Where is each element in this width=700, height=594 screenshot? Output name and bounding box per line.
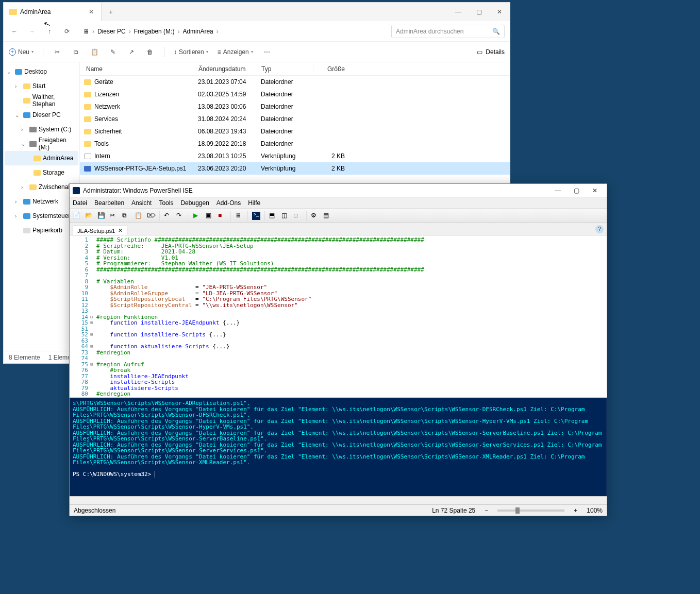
delete-icon[interactable]: 🗑 — [145, 48, 155, 56]
tree-item[interactable]: Walther, Stephan — [5, 93, 78, 108]
remote-icon[interactable]: 🖥 — [235, 212, 243, 220]
breadcrumb-item[interactable]: AdminArea — [182, 28, 213, 35]
tree-item[interactable]: AdminArea — [5, 151, 78, 165]
forward-button[interactable]: → — [26, 28, 38, 35]
new-file-icon[interactable]: 📄 — [73, 212, 81, 220]
share-icon[interactable]: ↗ — [127, 48, 136, 56]
tree-item[interactable]: ⌄Desktop — [5, 64, 78, 79]
command-addon-icon[interactable]: ⚙ — [311, 212, 319, 220]
chevron-icon: › — [15, 83, 21, 89]
help-icon[interactable]: ? — [595, 225, 604, 233]
zoom-out-icon[interactable]: − — [485, 507, 488, 514]
command-pane-icon[interactable]: ▤ — [323, 212, 331, 220]
menu-item[interactable]: Bearbeiten — [94, 199, 124, 207]
undo-icon[interactable]: ↶ — [164, 212, 172, 220]
sort-button[interactable]: ↕ Sortieren ▾ — [174, 48, 208, 56]
layout-side-icon[interactable]: ◫ — [281, 212, 290, 220]
file-name: Services — [94, 115, 118, 123]
tree-item[interactable]: ›Systemsteuerur — [5, 209, 78, 223]
chevron-right-icon: › — [216, 28, 219, 35]
menu-item[interactable]: Hilfe — [248, 199, 260, 207]
breadcrumb[interactable]: 🖥 › Dieser PC › Freigaben (M:) › AdminAr… — [83, 28, 385, 35]
new-button[interactable]: + Neu ▾ — [9, 48, 34, 56]
file-row[interactable]: Netzwerk13.08.2023 00:06Dateiordner — [80, 100, 510, 113]
paste-icon[interactable]: 📋 — [135, 212, 143, 220]
new-tab-button[interactable]: ＋ — [102, 3, 120, 21]
back-button[interactable]: ← — [9, 28, 20, 35]
link-icon — [84, 154, 91, 159]
tree-item[interactable]: ⌄Dieser PC — [5, 108, 78, 122]
tree-item[interactable]: ›Start — [5, 79, 78, 93]
menu-item[interactable]: Ansicht — [131, 199, 152, 207]
tree-item[interactable]: Storage — [5, 165, 78, 180]
menu-item[interactable]: Add-Ons — [216, 199, 241, 207]
menu-item[interactable]: Debuggen — [180, 199, 209, 207]
horizontal-scrollbar[interactable] — [70, 496, 607, 504]
more-icon[interactable]: ⋯ — [262, 48, 272, 56]
ise-title: Administrator: Windows PowerShell ISE — [83, 187, 193, 194]
run-selection-icon[interactable]: ▣ — [206, 212, 214, 220]
tree-item[interactable]: ›Zwischenabl — [5, 180, 78, 194]
ps-console-icon[interactable]: >_ — [252, 212, 260, 220]
details-button[interactable]: Details — [486, 48, 505, 56]
file-row[interactable]: Geräte23.01.2023 07:04Dateiordner — [80, 76, 510, 88]
layout-full-icon[interactable]: □ — [294, 212, 302, 220]
menu-item[interactable]: Datei — [73, 199, 87, 207]
file-row[interactable]: Tools18.09.2022 20:18Dateiordner — [80, 138, 510, 150]
file-date: 23.08.2013 10:25 — [196, 152, 259, 160]
tree-label: Dieser PC — [32, 111, 61, 118]
run-icon[interactable]: ▶ — [193, 212, 202, 220]
search-input[interactable]: AdminArea durchsuchen 🔍 — [391, 25, 505, 38]
file-type: Dateiordner — [259, 91, 313, 98]
minimize-button[interactable]: — — [549, 187, 566, 194]
pc-icon — [23, 112, 30, 118]
rename-icon[interactable]: ✎ — [108, 48, 118, 56]
ise-file-tab[interactable]: JEA-Setup.ps1 ✕ — [73, 226, 127, 235]
redo-icon[interactable]: ↷ — [176, 212, 185, 220]
tree-item[interactable]: ›System (C:) — [5, 122, 78, 137]
zoom-slider[interactable] — [497, 510, 564, 512]
cut-icon[interactable]: ✂ — [53, 48, 62, 56]
close-button[interactable]: ✕ — [489, 3, 510, 21]
open-icon[interactable]: 📂 — [85, 212, 93, 220]
file-date: 02.03.2025 14:59 — [196, 91, 259, 98]
paste-icon[interactable]: 📋 — [90, 48, 99, 56]
tab-close-icon[interactable]: ✕ — [118, 227, 123, 234]
col-type[interactable]: Typ — [259, 65, 313, 73]
maximize-button[interactable]: ▢ — [568, 187, 585, 194]
tree-item[interactable]: Papierkorb — [5, 223, 78, 237]
menu-item[interactable]: Tools — [159, 199, 173, 207]
col-name[interactable]: Name — [80, 65, 196, 73]
minimize-button[interactable]: — — [448, 3, 469, 21]
file-row[interactable]: Services31.08.2024 20:24Dateiordner — [80, 113, 510, 125]
view-button[interactable]: ≡ Anzeigen ▾ — [218, 48, 253, 56]
layout-top-icon[interactable]: ⬒ — [269, 212, 277, 220]
stop-icon[interactable]: ■ — [218, 212, 226, 220]
file-row[interactable]: Sicherheit06.08.2023 19:43Dateiordner — [80, 125, 510, 138]
breadcrumb-item[interactable]: Dieser PC — [97, 28, 126, 35]
save-icon[interactable]: 💾 — [97, 212, 106, 220]
maximize-button[interactable]: ▢ — [469, 3, 489, 21]
file-type: Verknüpfung — [259, 165, 313, 172]
file-row[interactable]: Lizenzen02.03.2025 14:59Dateiordner — [80, 88, 510, 100]
tree-item[interactable]: ⌄Freigaben (M:) — [5, 137, 78, 151]
col-date[interactable]: Änderungsdatum — [196, 65, 259, 73]
zoom-in-icon[interactable]: + — [574, 507, 577, 514]
breadcrumb-item[interactable]: Freigaben (M:) — [134, 28, 175, 35]
col-size[interactable]: Größe — [313, 65, 349, 73]
ise-console[interactable]: s\PRTG\WSSensor\Scripts\WSSensor-ADRepli… — [70, 398, 607, 496]
ise-editor[interactable]: 1234567891011121314155152636473747576777… — [70, 235, 607, 398]
copy-icon[interactable]: ⧉ — [71, 48, 80, 56]
file-row[interactable]: Intern23.08.2013 10:25Verknüpfung2 KB — [80, 150, 510, 162]
tree-item[interactable]: ›Netzwerk — [5, 194, 78, 209]
file-type: Dateiordner — [259, 128, 313, 135]
copy-icon[interactable]: ⧉ — [122, 212, 130, 220]
explorer-tab[interactable]: AdminArea ✕ — [4, 3, 102, 21]
tab-close-icon[interactable]: ✕ — [87, 8, 96, 15]
chevron-right-icon: › — [129, 28, 131, 35]
clear-icon[interactable]: ⌦ — [147, 212, 155, 220]
file-row[interactable]: WSSensor-PRTG-JEA-Setup.ps123.06.2023 20… — [80, 162, 510, 175]
refresh-button[interactable]: ⟳ — [61, 28, 73, 35]
cut-icon[interactable]: ✂ — [110, 212, 118, 220]
close-button[interactable]: ✕ — [586, 187, 604, 194]
